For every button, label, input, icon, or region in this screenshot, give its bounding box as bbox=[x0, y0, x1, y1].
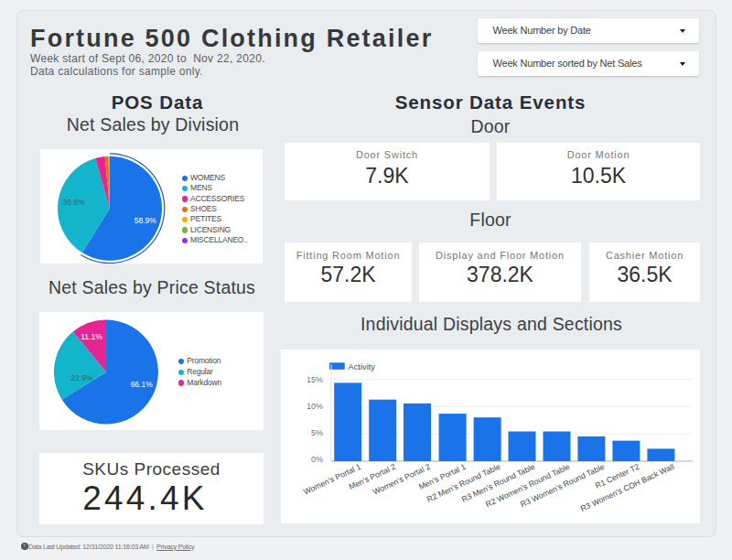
svg-text:Women's Portal 1: Women's Portal 1 bbox=[302, 462, 362, 497]
svg-text:11.1%: 11.1% bbox=[81, 332, 102, 341]
svg-text:10%: 10% bbox=[307, 402, 323, 411]
svg-text:15%: 15% bbox=[307, 375, 323, 384]
svg-text:58.9%: 58.9% bbox=[135, 216, 157, 225]
svg-text:0%: 0% bbox=[311, 455, 323, 464]
svg-text:36.6%: 36.6% bbox=[62, 198, 85, 207]
svg-text:Activity: Activity bbox=[349, 362, 376, 372]
svg-text:66.1%: 66.1% bbox=[131, 380, 154, 389]
svg-text:5%: 5% bbox=[311, 428, 323, 437]
svg-text:22.9%: 22.9% bbox=[70, 373, 93, 382]
